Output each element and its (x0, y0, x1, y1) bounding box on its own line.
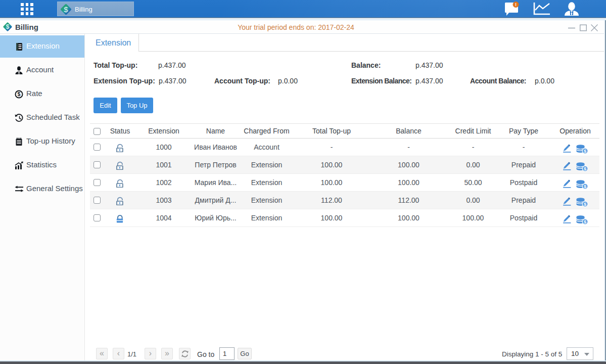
svg-text:$: $ (584, 149, 586, 154)
svg-text:$: $ (18, 91, 21, 97)
svg-text:$: $ (584, 202, 586, 207)
svg-text:$: $ (584, 166, 586, 171)
svg-text:$: $ (64, 5, 68, 14)
svg-text:!: ! (515, 2, 517, 7)
svg-text:$: $ (584, 184, 586, 189)
svg-text:$: $ (584, 219, 586, 224)
